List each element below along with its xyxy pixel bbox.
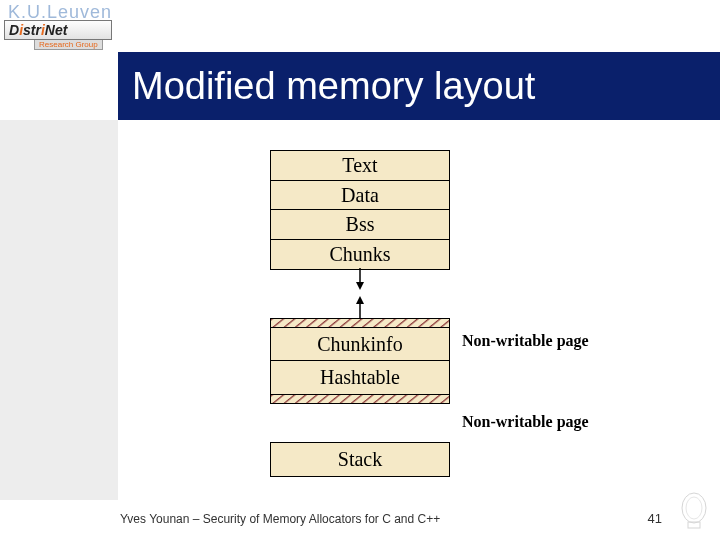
svg-point-9 [686, 497, 702, 519]
memory-diagram-top: Text Data Bss Chunks Chunkinfo Hashtable [270, 150, 450, 402]
guard-label-upper: Non-writable page [462, 332, 589, 350]
footer: Yves Younan – Security of Memory Allocat… [120, 511, 700, 526]
distrinet-logo: DistriNet Research Group [4, 20, 116, 54]
seg-data: Data [270, 180, 450, 211]
memory-diagram-bottom: Stack [270, 442, 450, 476]
guard-label-lower: Non-writable page [462, 413, 589, 431]
guard-page-upper [270, 318, 450, 328]
svg-marker-1 [356, 282, 364, 290]
seg-stack: Stack [270, 442, 450, 477]
seg-chunkinfo: Chunkinfo [270, 327, 450, 362]
footer-author: Yves Younan – Security of Memory Allocat… [120, 512, 440, 526]
title-bar: Modified memory layout [118, 52, 720, 120]
left-sidebar [0, 120, 118, 500]
seg-text: Text [270, 150, 450, 181]
seal-icon [680, 492, 708, 530]
slide-title: Modified memory layout [132, 65, 535, 108]
svg-rect-7 [271, 395, 449, 403]
seg-chunks: Chunks [270, 239, 450, 270]
guard-page-lower [270, 394, 450, 404]
svg-rect-6 [271, 319, 449, 327]
svg-marker-3 [356, 296, 364, 304]
seg-hashtable: Hashtable [270, 360, 450, 395]
page-number: 41 [648, 511, 662, 526]
seg-bss: Bss [270, 209, 450, 240]
svg-point-8 [682, 493, 706, 523]
growth-arrows [270, 268, 450, 318]
